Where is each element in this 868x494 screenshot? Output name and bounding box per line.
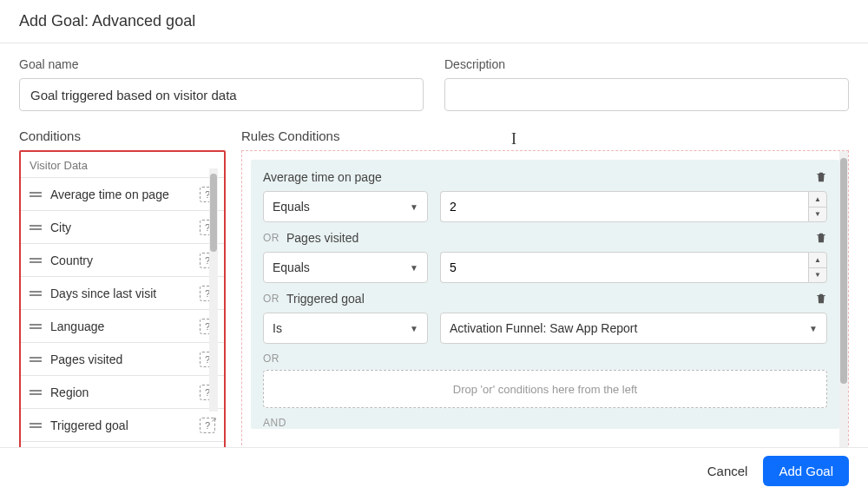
number-spinner: ▲▼: [808, 191, 827, 222]
drag-handle-icon: [30, 390, 42, 395]
rule-name: Triggered goal: [286, 292, 365, 306]
description-label: Description: [444, 57, 849, 71]
visitor-data-item[interactable]: Region?: [21, 376, 224, 409]
visitor-data-item-label: City: [50, 221, 200, 234]
spinner-down-icon[interactable]: ▼: [809, 207, 826, 222]
visitor-data-panel: Visitor Data Average time on page?City?C…: [19, 150, 226, 454]
rules-scrollbar-track[interactable]: [839, 151, 848, 453]
rule-operator-select[interactable]: Equals▼: [263, 191, 428, 222]
cancel-button[interactable]: Cancel: [707, 464, 748, 478]
visitor-data-item[interactable]: Triggered goal?: [21, 409, 224, 442]
or-section: ORDrop 'or' conditions here from the lef…: [263, 352, 827, 408]
goal-name-label: Goal name: [19, 57, 424, 71]
drag-handle-icon: [30, 225, 42, 230]
rules-panel: Average time on pageEquals▼▲▼ORPages vis…: [241, 150, 849, 454]
visitor-data-item[interactable]: Country?: [21, 244, 224, 277]
spinner-down-icon[interactable]: ▼: [809, 268, 826, 283]
conditions-title: Conditions: [19, 128, 226, 143]
visitor-data-item-label: Region: [50, 385, 200, 399]
rule-operator-value: Equals: [273, 260, 310, 274]
goal-name-input[interactable]: [19, 78, 424, 111]
description-field: Description: [444, 57, 849, 111]
chevron-down-icon: ▼: [410, 324, 418, 333]
visitor-data-item-label: Average time on page: [50, 188, 200, 201]
or-dropzone[interactable]: Drop 'or' conditions here from the left: [263, 370, 827, 408]
rule-value-input[interactable]: [440, 191, 808, 222]
delete-rule-icon[interactable]: [815, 292, 827, 306]
dialog-title-text: Add Goal: Advanced goal: [19, 12, 195, 30]
drag-handle-icon: [30, 291, 42, 296]
visitor-data-item[interactable]: City?: [21, 211, 224, 244]
conditions-scrollbar-thumb[interactable]: [210, 174, 217, 252]
rules-title: Rules Conditions: [241, 128, 849, 143]
visitor-data-item[interactable]: Average time on page?: [21, 178, 224, 211]
form-area: Goal name Description Conditions Visitor…: [0, 43, 868, 454]
drag-handle-icon: [30, 192, 42, 197]
rule-name: Average time on page: [263, 170, 382, 184]
drag-handle-icon: [30, 423, 42, 428]
number-spinner: ▲▼: [808, 252, 827, 283]
chevron-down-icon: ▼: [809, 324, 818, 333]
spinner-up-icon[interactable]: ▲: [809, 253, 826, 268]
add-goal-button[interactable]: Add Goal: [763, 456, 849, 486]
rule-group: Average time on pageEquals▼▲▼: [263, 170, 827, 222]
drag-handle-icon: [30, 324, 42, 329]
rule-operator-select[interactable]: Equals▼: [263, 252, 428, 283]
rule-group: ORPages visitedEquals▼▲▼: [263, 231, 827, 283]
rule-value-select[interactable]: Activation Funnel: Saw App Report▼: [440, 313, 827, 344]
chevron-down-icon: ▼: [410, 263, 418, 273]
delete-rule-icon[interactable]: [815, 170, 827, 184]
or-label: OR: [263, 293, 279, 305]
help-icon[interactable]: ?: [200, 418, 215, 433]
rules-scrollbar-thumb[interactable]: [840, 158, 847, 384]
rule-value-text: Activation Funnel: Saw App Report: [450, 321, 637, 335]
visitor-data-item-label: Days since last visit: [50, 287, 200, 300]
drag-handle-icon: [30, 357, 42, 362]
visitor-data-item-label: Country: [50, 254, 200, 267]
spinner-up-icon[interactable]: ▲: [809, 192, 826, 207]
visitor-data-item[interactable]: Pages visited?: [21, 343, 224, 376]
rule-operator-select[interactable]: Is▼: [263, 313, 428, 344]
visitor-data-item[interactable]: Language?: [21, 310, 224, 343]
description-input[interactable]: [444, 78, 849, 111]
visitor-data-item-label: Language: [50, 319, 200, 333]
and-label: AND: [263, 417, 827, 429]
delete-rule-icon[interactable]: [815, 231, 827, 245]
rule-name: Pages visited: [286, 231, 358, 245]
visitor-data-item[interactable]: Days since last visit?: [21, 277, 224, 310]
rule-group: ORTriggered goalIs▼Activation Funnel: Sa…: [263, 292, 827, 344]
or-label: OR: [263, 352, 820, 365]
drag-handle-icon: [30, 258, 42, 263]
rule-operator-value: Is: [273, 321, 282, 335]
rule-operator-value: Equals: [273, 200, 310, 214]
rule-value-input[interactable]: [440, 252, 808, 283]
or-label: OR: [263, 232, 279, 244]
visitor-data-item-label: Pages visited: [50, 352, 200, 366]
goal-name-field: Goal name: [19, 57, 424, 111]
visitor-data-item-label: Triggered goal: [50, 418, 200, 432]
visitor-data-header: Visitor Data: [21, 152, 224, 178]
chevron-down-icon: ▼: [410, 202, 418, 212]
dialog-footer: Cancel Add Goal: [0, 447, 868, 494]
dialog-title: Add Goal: Advanced goal: [0, 0, 868, 43]
